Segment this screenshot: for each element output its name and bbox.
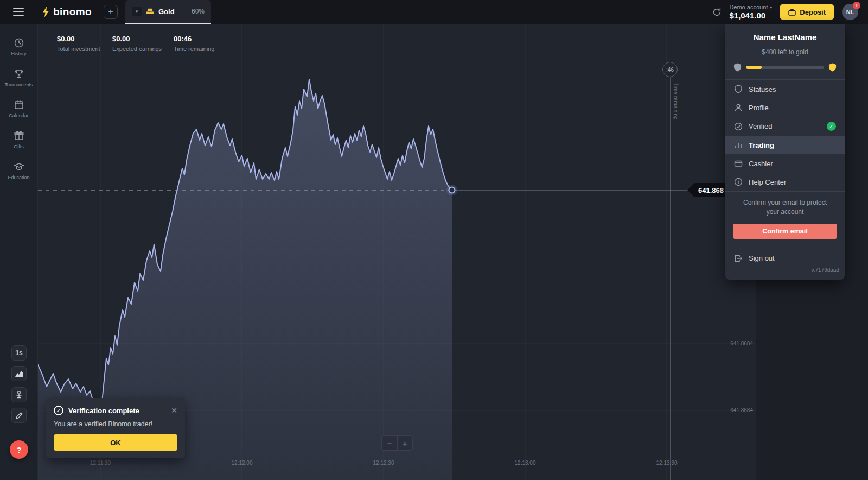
bar-chart-icon xyxy=(734,141,743,149)
status-progress-fill xyxy=(746,66,762,69)
y-axis-label: 641.8684 xyxy=(730,340,753,346)
trophy-icon xyxy=(14,68,24,79)
account-switcher[interactable]: Demo account ▾ $1,041.00 xyxy=(729,4,772,20)
topbar: binomo + ▾ Gold 60% Demo account ▾ $1,04… xyxy=(0,0,868,24)
sidebar-item-education[interactable]: Education xyxy=(0,155,37,186)
status-progress-track xyxy=(746,66,824,69)
sidebar-item-tournaments[interactable]: Tournaments xyxy=(0,62,37,93)
menu-item-label: Trading xyxy=(749,141,774,149)
stat-label: Expected earnings xyxy=(112,46,162,52)
add-asset-tab-button[interactable]: + xyxy=(104,5,118,19)
silver-shield-icon xyxy=(733,63,742,72)
toast-message: You are a verified Binomo trader! xyxy=(54,420,177,428)
toast-ok-button[interactable]: OK xyxy=(54,434,177,451)
gold-shield-icon xyxy=(828,63,837,72)
stat-label: Time remaining xyxy=(174,46,214,52)
menu-item-profile[interactable]: Profile xyxy=(725,98,845,117)
version-label: v.7179daad xyxy=(725,266,845,276)
pencil-icon xyxy=(15,412,23,420)
user-name: Name LastName xyxy=(725,33,845,42)
confirm-email-button[interactable]: Confirm email xyxy=(733,224,837,239)
stat-value: $0.00 xyxy=(57,35,100,43)
menu-item-label: Profile xyxy=(749,104,769,112)
lightning-icon xyxy=(42,7,49,17)
deposit-button[interactable]: Deposit xyxy=(780,4,834,20)
close-icon[interactable]: ✕ xyxy=(171,406,177,415)
refresh-icon[interactable] xyxy=(712,8,722,17)
asset-name: Gold xyxy=(158,8,175,16)
chevron-down-icon[interactable]: ▾ xyxy=(132,7,142,16)
sidebar-item-label: Education xyxy=(8,175,29,180)
timeframe-button[interactable]: 1s xyxy=(11,345,27,361)
zoom-controls: − + xyxy=(381,435,413,451)
stat-total-investment: $0.00 Total investment xyxy=(57,35,100,52)
sidebar-item-gifts[interactable]: Gifts xyxy=(0,124,37,155)
logo[interactable]: binomo xyxy=(42,6,92,18)
stat-time-remaining: 00:46 Time remaining xyxy=(174,35,214,52)
avatar[interactable]: NL 1 xyxy=(842,4,858,20)
check-circle-icon xyxy=(734,122,743,131)
user-menu-panel: Name LastName $400 left to gold Statuses… xyxy=(725,24,845,280)
menu-item-help-center[interactable]: Help Center xyxy=(725,173,845,191)
menu-item-statuses[interactable]: Statuses xyxy=(725,80,845,98)
menu-icon[interactable] xyxy=(13,8,24,16)
confirm-email-note: Confirm your email to protect your accou… xyxy=(725,192,845,223)
x-axis-label: 12:12:30 xyxy=(373,460,394,466)
x-axis-label: 12:13:00 xyxy=(515,460,536,466)
menu-item-label: Statuses xyxy=(749,85,776,93)
menu-item-label: Cashier xyxy=(749,160,773,168)
stat-label: Total investment xyxy=(57,46,100,52)
account-balance: $1,041.00 xyxy=(729,11,772,20)
sidebar-item-label: Tournaments xyxy=(4,82,33,87)
menu-item-trading[interactable]: Trading xyxy=(725,136,845,154)
sign-out-label: Sign out xyxy=(749,254,775,262)
sign-out-button[interactable]: Sign out xyxy=(725,247,845,266)
zoom-in-button[interactable]: + xyxy=(397,435,413,451)
left-sidebar: History Tournaments Calendar Gifts xyxy=(0,24,38,480)
x-axis-label: 12:12:00 xyxy=(232,460,253,466)
toast-title: Verification complete xyxy=(68,407,139,415)
deposit-label: Deposit xyxy=(800,8,826,16)
indicators-button[interactable] xyxy=(11,387,27,402)
asset-tab-gold[interactable]: ▾ Gold 60% xyxy=(125,0,211,24)
person-icon xyxy=(734,103,743,112)
zoom-out-button[interactable]: − xyxy=(381,435,397,451)
time-remaining-axis-title: Time remaining xyxy=(673,83,679,120)
time-remaining-badge: :46 xyxy=(662,62,678,77)
asset-payout: 60% xyxy=(192,8,205,15)
shield-icon xyxy=(734,85,743,93)
graduation-cap-icon xyxy=(14,161,24,172)
clock-icon xyxy=(14,37,24,48)
indicators-icon xyxy=(15,390,23,399)
notification-badge: 1 xyxy=(853,2,860,9)
stat-expected-earnings: $0.00 Expected earnings xyxy=(112,35,162,52)
sidebar-item-history[interactable]: History xyxy=(0,31,37,62)
time-remaining-line xyxy=(670,77,671,480)
sidebar-item-label: Calendar xyxy=(9,113,29,118)
sidebar-item-calendar[interactable]: Calendar xyxy=(0,93,37,124)
verification-toast: ✓ Verification complete ✕ You are a veri… xyxy=(46,398,185,458)
logo-text: binomo xyxy=(53,6,92,18)
calendar-icon xyxy=(14,99,24,110)
menu-item-verified[interactable]: Verified ✓ xyxy=(725,117,845,136)
sidebar-item-label: History xyxy=(11,51,26,56)
status-progress-caption: $400 left to gold xyxy=(725,48,845,56)
x-axis-label: 12:11:30 xyxy=(90,460,111,466)
chart-type-button[interactable] xyxy=(11,366,27,381)
draw-button[interactable] xyxy=(11,408,27,423)
stat-value: $0.00 xyxy=(112,35,162,43)
credit-card-icon xyxy=(734,159,743,168)
area-chart-icon xyxy=(15,370,23,377)
help-button[interactable]: ? xyxy=(10,440,28,459)
avatar-initials: NL xyxy=(846,9,854,15)
menu-item-cashier[interactable]: Cashier xyxy=(725,154,845,173)
topbar-right: Demo account ▾ $1,041.00 Deposit NL 1 xyxy=(712,4,858,20)
sign-out-icon xyxy=(734,254,743,263)
sidebar-item-label: Gifts xyxy=(14,144,24,149)
stat-value: 00:46 xyxy=(174,35,214,43)
gold-bar-icon xyxy=(146,8,154,15)
current-dot xyxy=(449,187,455,193)
x-axis-label: 12:13:30 xyxy=(656,460,678,466)
wallet-icon xyxy=(788,9,796,16)
status-progress xyxy=(733,63,837,72)
